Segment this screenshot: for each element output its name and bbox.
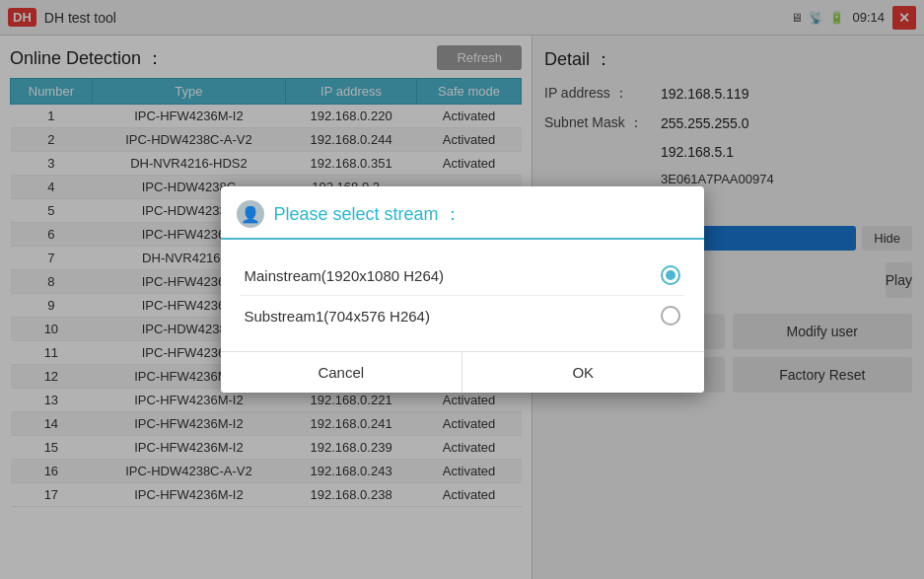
modal-overlay: 👤 Please select stream ： Mainstream(1920… — [0, 0, 924, 579]
modal-header: 👤 Please select stream ： — [221, 186, 704, 240]
modal-body: Mainstream(1920x1080 H264) Substream1(70… — [221, 240, 704, 351]
mainstream-radio[interactable] — [661, 265, 680, 285]
substream-option[interactable]: Substream1(704x576 H264) — [241, 295, 684, 335]
mainstream-option[interactable]: Mainstream(1920x1080 H264) — [241, 255, 684, 295]
cancel-button[interactable]: Cancel — [221, 352, 463, 393]
substream-radio[interactable] — [661, 306, 680, 326]
substream-label: Substream1(704x576 H264) — [245, 308, 430, 325]
modal-title: Please select stream ： — [274, 202, 462, 226]
ok-button[interactable]: OK — [462, 352, 704, 393]
modal-icon: 👤 — [237, 200, 264, 228]
mainstream-label: Mainstream(1920x1080 H264) — [245, 267, 445, 284]
modal-footer: Cancel OK — [221, 351, 704, 393]
stream-select-modal: 👤 Please select stream ： Mainstream(1920… — [221, 186, 704, 393]
